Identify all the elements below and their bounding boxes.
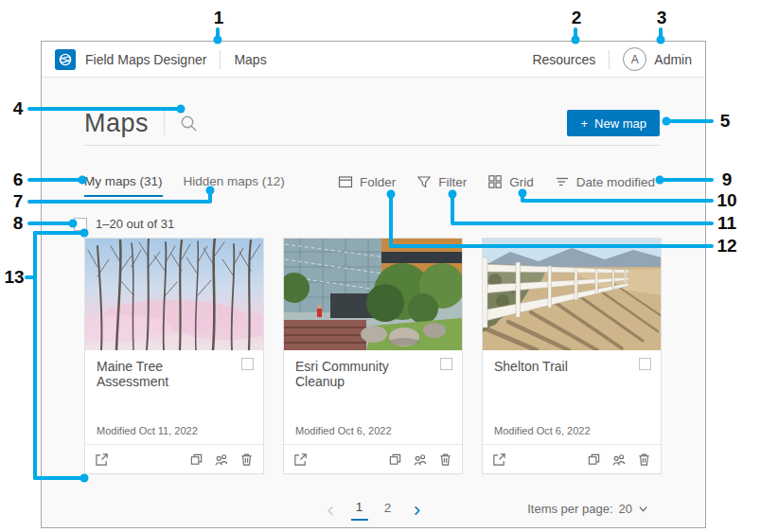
duplicate-icon[interactable] [587,452,601,467]
page-button-2[interactable]: 2 [380,501,397,520]
callout-number-9: 9 [715,169,739,190]
app-window: Field Maps Designer Maps Resources A Adm… [41,41,706,528]
items-per-page-select[interactable]: Items per page: 20 [527,502,648,516]
title-rule [84,145,660,146]
new-map-button[interactable]: + New map [567,110,660,136]
card-modified-date: Modified Oct 6, 2022 [295,425,392,436]
avatar[interactable]: A [623,47,646,71]
filter-icon [416,174,432,189]
tabs-toolbar-row: My maps (31) Hidden maps (12) Folder [84,174,655,197]
callout-number-5: 5 [716,111,734,132]
page-prev-button[interactable] [322,505,340,516]
card-title: Maine Tree Assessment [97,359,252,389]
screenshot-root: Field Maps Designer Maps Resources A Adm… [0,0,761,532]
card-checkbox[interactable] [241,358,254,370]
map-card-esri-community-cleanup[interactable]: Esri Community Cleanup Modified Oct 6, 2… [283,238,463,474]
folder-icon [338,174,353,189]
grid-icon [487,174,503,189]
thumbnail-glass-building-garden [284,239,462,350]
open-map-icon[interactable] [492,452,506,467]
chevron-down-icon [638,504,648,514]
tab-hidden-maps[interactable]: Hidden maps (12) [184,174,285,195]
callout-number-10: 10 [715,190,739,211]
callout-number-4: 4 [9,98,27,119]
callout-number-6: 6 [9,169,27,190]
map-card-grid: Maine Tree Assessment Modified Oct 11, 2… [84,238,662,474]
thumbnail-bare-winter-trees [85,239,263,350]
selection-row: 1–20 out of 31 [74,217,174,231]
selection-count-label: 1–20 out of 31 [96,217,174,231]
nav-item-resources[interactable]: Resources [532,52,595,67]
delete-icon[interactable] [239,452,254,467]
card-title: Esri Community Cleanup [295,359,451,389]
select-all-checkbox[interactable] [74,218,87,231]
esri-logo-icon [55,49,76,70]
share-group-icon[interactable] [214,452,229,467]
account-menu-admin[interactable]: Admin [654,52,692,67]
sort-icon [555,174,570,189]
delete-icon[interactable] [438,452,452,467]
nav-item-maps[interactable]: Maps [234,52,266,67]
page-title: Maps [84,109,149,138]
plus-icon: + [580,116,588,131]
callout-number-3: 3 [652,8,671,28]
callout-number-2: 2 [567,8,586,28]
share-group-icon[interactable] [413,452,428,467]
search-icon[interactable] [180,115,198,133]
app-header: Field Maps Designer Maps Resources A Adm… [42,42,705,78]
map-card-maine-tree-assessment[interactable]: Maine Tree Assessment Modified Oct 11, 2… [84,238,264,474]
header-divider [220,50,221,69]
card-title: Shelton Trail [494,359,649,374]
callout-number-11: 11 [715,213,739,234]
thumbnail-white-fence-dirt-trail [483,239,661,350]
open-map-icon[interactable] [293,452,308,467]
brand-title: Field Maps Designer [85,52,206,67]
open-map-icon[interactable] [95,452,109,467]
items-per-page-label: Items per page: [527,502,612,516]
callout-number-12: 12 [715,236,739,257]
card-checkbox[interactable] [639,358,651,370]
page-button-1[interactable]: 1 [351,500,368,521]
map-card-shelton-trail[interactable]: Shelton Trail Modified Oct 6, 2022 [482,238,662,474]
card-modified-date: Modified Oct 11, 2022 [97,425,198,436]
folder-button[interactable]: Folder [338,174,396,189]
items-per-page-value: 20 [619,502,632,516]
tab-my-maps[interactable]: My maps (31) [84,174,163,197]
delete-icon[interactable] [637,452,651,467]
list-toolbar: Folder Filter [338,174,655,189]
filter-button[interactable]: Filter [416,174,467,189]
callout-number-8: 8 [9,213,27,234]
card-checkbox[interactable] [440,358,452,370]
duplicate-icon[interactable] [189,452,204,467]
page-next-button[interactable] [408,505,426,516]
grid-view-button[interactable]: Grid [487,174,534,189]
callout-number-7: 7 [9,191,27,212]
card-modified-date: Modified Oct 6, 2022 [494,425,591,436]
duplicate-icon[interactable] [388,452,402,467]
page-title-row: Maps + New map [84,102,660,144]
share-group-icon[interactable] [611,452,627,467]
header-divider [609,50,610,69]
callout-number-1: 1 [209,8,228,28]
title-divider [164,111,165,135]
sort-date-modified-button[interactable]: Date modified [555,174,655,189]
callout-number-13: 13 [2,267,27,288]
